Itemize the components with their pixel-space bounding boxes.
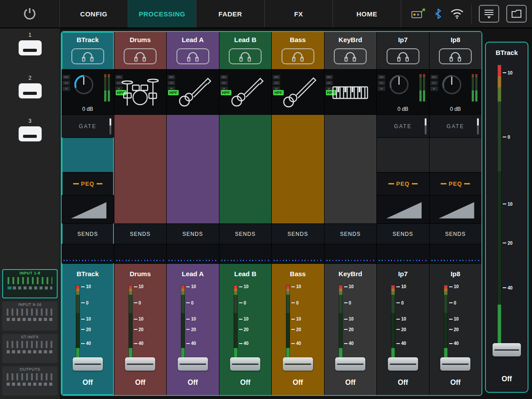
eq-curve-section[interactable] [377, 195, 429, 223]
channel-color-block[interactable] [114, 114, 167, 223]
channel-header[interactable]: Bass [272, 32, 324, 69]
sends-section[interactable]: SENDS [114, 223, 167, 244]
input-section[interactable]: 48VAGM HPF [114, 69, 167, 114]
peq-section[interactable]: PEQ [377, 172, 429, 195]
layer-outputs[interactable]: OUTPUTS [2, 366, 58, 395]
layer-stin-fx[interactable]: ST.IN/FX [2, 334, 58, 363]
slot-number: 2 [0, 75, 60, 81]
channel-color-block[interactable] [325, 114, 377, 223]
gain-knob[interactable] [387, 73, 411, 96]
sends-section[interactable]: SENDS [430, 223, 482, 244]
peq-section[interactable]: PEQ [430, 172, 482, 195]
eq-curve [71, 202, 106, 219]
sends-section[interactable]: SENDS [377, 223, 429, 244]
tab-config[interactable]: CONFIG [60, 0, 128, 27]
selected-channel-fader[interactable]: 10 0 10 20 40 [486, 61, 528, 369]
channel-header[interactable]: Drums [114, 32, 167, 69]
fader-cap[interactable] [230, 357, 260, 371]
gate-meter [425, 118, 426, 134]
fader-cap[interactable] [335, 357, 365, 371]
gain-knob[interactable] [440, 73, 463, 96]
solo-button[interactable] [282, 48, 314, 64]
channel-header[interactable]: Lead B [219, 32, 272, 69]
gate-section[interactable]: GATE [62, 114, 114, 137]
fader-cap[interactable] [178, 357, 208, 371]
layer-input-9-16[interactable]: INPUT 9-16 [2, 301, 58, 331]
channel-fader[interactable]: 10 0 10 20 40 [325, 283, 377, 373]
channel-fader[interactable]: 10 0 10 20 40 [219, 283, 272, 373]
fader-cap[interactable] [73, 357, 103, 371]
gain-section[interactable]: 48VAGM 0 dB [377, 69, 429, 114]
slot-button-2[interactable] [19, 83, 42, 98]
sends-section[interactable]: SENDS [272, 223, 324, 244]
channel-fader[interactable]: 10 0 10 20 40 [114, 283, 167, 373]
headphones-icon [448, 51, 463, 62]
input-section[interactable]: 48VAGM HPF [272, 69, 324, 114]
gate-section[interactable]: GATE [430, 114, 482, 137]
channel-fader[interactable]: 10 0 10 20 40 [62, 283, 114, 373]
channel-color-block[interactable] [430, 137, 482, 172]
sends-section[interactable]: SENDS [325, 223, 377, 244]
solo-button[interactable] [229, 48, 262, 64]
gate-section[interactable]: GATE [377, 114, 429, 137]
channel-header[interactable]: KeyBrd [325, 32, 377, 69]
peq-section[interactable]: PEQ [62, 172, 114, 195]
layer-meters [7, 309, 53, 316]
gain-knob[interactable] [72, 73, 95, 96]
solo-button[interactable] [124, 48, 156, 64]
fader-cap[interactable] [125, 357, 155, 371]
tab-fader[interactable]: FADER [196, 0, 265, 27]
channel-color-block[interactable] [272, 114, 324, 223]
sends-section[interactable]: SENDS [167, 223, 219, 244]
fader-cap[interactable] [440, 357, 470, 371]
input-section[interactable]: 48VAGM HPF [325, 69, 377, 114]
gain-section[interactable]: 48VAGM 0 dB [430, 69, 482, 114]
sends-section[interactable]: SENDS [62, 223, 114, 244]
eq-curve-section[interactable] [430, 195, 482, 223]
sends-meters [272, 244, 324, 263]
fader-scale: 10 0 10 20 40 [344, 285, 363, 359]
layer-input-1-8[interactable]: INPUT 1-8 [2, 269, 58, 298]
tab-processing[interactable]: PROCESSING [128, 0, 196, 27]
channel-fader[interactable]: 10 0 10 20 40 [377, 283, 429, 373]
tab-fx[interactable]: FX [265, 0, 333, 27]
tab-home[interactable]: HOME [333, 0, 401, 27]
io-flags: 48VAGM [63, 75, 70, 91]
channel-fader[interactable]: 10 0 10 20 40 [430, 283, 482, 373]
channel-color-block[interactable] [62, 137, 114, 172]
channel-color-block[interactable] [377, 137, 429, 172]
mute-group-2: 2 [0, 75, 60, 98]
gain-section[interactable]: 48VAGM 0 dB [62, 69, 114, 114]
channel-fader[interactable]: 10 0 10 20 40 [272, 283, 324, 373]
scenes-button[interactable] [506, 5, 527, 23]
channel-color-block[interactable] [219, 114, 272, 223]
power-button[interactable] [0, 0, 60, 27]
sends-meters [62, 244, 114, 263]
sends-section[interactable]: SENDS [219, 223, 272, 244]
layers-button[interactable] [479, 5, 499, 23]
fader-zone: Lead A 10 0 10 20 40 Off [167, 263, 219, 395]
eq-curve-section[interactable] [62, 195, 114, 223]
solo-button[interactable] [439, 48, 472, 64]
fader-cap[interactable] [388, 357, 418, 371]
solo-button[interactable] [334, 48, 367, 64]
solo-button[interactable] [71, 48, 104, 64]
channel-header[interactable]: Ip8 [430, 32, 482, 69]
monitor-button[interactable] [410, 7, 426, 20]
channel-header[interactable]: Lead A [167, 32, 219, 69]
selected-channel-name[interactable]: BTrack [486, 43, 528, 61]
fader-cap[interactable] [493, 343, 521, 356]
input-section[interactable]: 48VAGM HPF [167, 69, 219, 114]
slot-button-3[interactable] [19, 126, 42, 141]
solo-button[interactable] [387, 48, 419, 64]
input-section[interactable]: 48VAGM HPF [219, 69, 272, 114]
slot-button-1[interactable] [19, 40, 42, 55]
channel-color-block[interactable] [167, 114, 219, 223]
solo-button[interactable] [176, 48, 209, 64]
channel-fader[interactable]: 10 0 10 20 40 [167, 283, 219, 373]
fader-cap[interactable] [283, 357, 313, 371]
channel-header[interactable]: BTrack [62, 32, 114, 69]
channel-name: Lead B [219, 32, 272, 47]
channel-header[interactable]: Ip7 [377, 32, 429, 69]
sends-label: SENDS [340, 231, 360, 237]
